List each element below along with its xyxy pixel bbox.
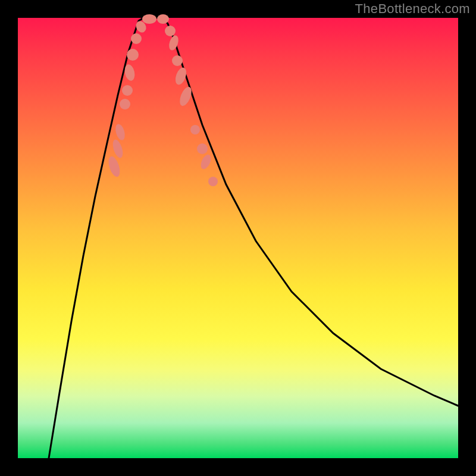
curve-left-branch <box>49 19 142 458</box>
bottleneck-curve <box>49 18 458 458</box>
chart-frame: TheBottleneck.com <box>0 0 476 476</box>
data-marker <box>167 34 180 51</box>
chart-overlay <box>18 18 458 458</box>
data-marker <box>157 14 169 24</box>
curve-right-branch <box>164 19 458 406</box>
data-marker <box>120 99 130 109</box>
data-marker <box>122 85 133 96</box>
data-marker <box>142 14 156 24</box>
data-marker <box>208 177 218 186</box>
data-marker <box>107 155 122 178</box>
data-marker <box>190 125 200 134</box>
data-marker <box>199 153 213 170</box>
watermark-text: TheBottleneck.com <box>355 1 470 17</box>
data-marker <box>131 33 142 44</box>
data-marker <box>111 139 124 159</box>
data-marker <box>165 26 176 36</box>
data-marker <box>172 55 183 66</box>
data-marker <box>197 143 208 154</box>
data-marker <box>177 85 194 108</box>
data-marker <box>114 123 126 142</box>
data-marker <box>127 49 139 61</box>
data-markers <box>107 14 218 186</box>
